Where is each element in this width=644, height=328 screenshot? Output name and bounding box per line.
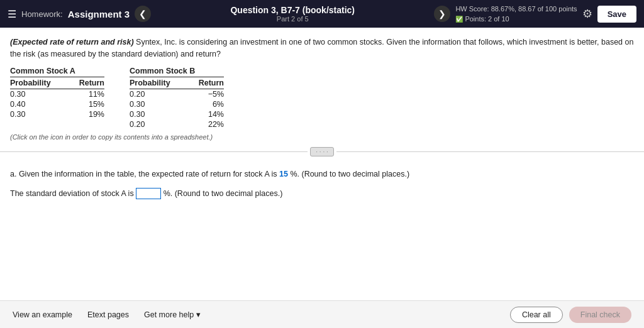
copy-hint: (Click on the icon in order to copy its … bbox=[10, 133, 634, 141]
hw-score: HW Score: 88.67%, 88.67 of 100 points ✅ … bbox=[455, 4, 577, 25]
question-b-line: The standard deviation of stock A is %. … bbox=[10, 187, 634, 200]
stock-a-label: Common Stock A bbox=[10, 67, 104, 75]
table-row: 0.2022% bbox=[130, 119, 224, 129]
hw-score-value: 88.67%, 88.67 of 100 points bbox=[491, 5, 577, 13]
table-row: 0.3014% bbox=[130, 109, 224, 119]
table-row: 0.306% bbox=[130, 99, 224, 109]
gear-button[interactable]: ⚙ bbox=[582, 7, 592, 21]
stock-b-table: Probability Return 0.20−5%0.306%0.3014%0… bbox=[130, 77, 224, 129]
table-row: 0.3019% bbox=[10, 109, 104, 119]
question-a-line: a. Given the information in the table, t… bbox=[10, 168, 634, 181]
save-button[interactable]: Save bbox=[597, 6, 636, 23]
divider[interactable]: · · · · bbox=[0, 147, 644, 156]
table-row: 0.4015% bbox=[10, 99, 104, 109]
question-sub: Part 2 of 5 bbox=[277, 15, 309, 23]
stock-a-prob-header: Probability bbox=[10, 77, 70, 89]
header-right: HW Score: 88.67%, 88.67 of 100 points ✅ … bbox=[455, 4, 636, 25]
q-a-suffix: %. (Round to two decimal places.) bbox=[290, 170, 409, 178]
stock-a-header-row: Probability Return bbox=[10, 77, 104, 89]
q-a-value: 15 bbox=[279, 170, 290, 178]
prev-question-button[interactable]: ❮ bbox=[135, 6, 151, 22]
content-area: (Expected rate of return and risk) Synte… bbox=[0, 28, 644, 141]
assignment-label: Assignment 3 bbox=[68, 9, 130, 19]
next-question-button[interactable]: ❯ bbox=[434, 6, 450, 22]
q-b-prefix: The standard deviation of stock A is bbox=[10, 189, 134, 198]
check-icon: ✅ bbox=[455, 14, 463, 24]
table-row: 0.20−5% bbox=[130, 89, 224, 99]
points-value: 2 of 10 bbox=[488, 14, 509, 25]
q-a-prefix: a. Given the information in the table, t… bbox=[10, 170, 277, 178]
stock-a-return-header: Return bbox=[70, 77, 104, 89]
hw-score-label: HW Score: bbox=[455, 5, 489, 13]
points-line: ✅ Points: 2 of 10 bbox=[455, 14, 577, 25]
problem-statement: (Expected rate of return and risk) Synte… bbox=[10, 36, 634, 60]
homework-label: Homework: bbox=[21, 9, 63, 19]
stock-b-prob-header: Probability bbox=[130, 77, 190, 89]
std-dev-input[interactable] bbox=[136, 188, 161, 199]
stock-a-section: Common Stock A Probability Return 0.3011… bbox=[10, 67, 104, 129]
q-b-suffix: %. (Round to two decimal places.) bbox=[164, 189, 283, 198]
stock-a-table: Probability Return 0.3011%0.4015%0.3019% bbox=[10, 77, 104, 119]
hw-score-line: HW Score: 88.67%, 88.67 of 100 points bbox=[455, 4, 577, 14]
divider-line-left bbox=[0, 151, 308, 152]
menu-icon[interactable]: ☰ bbox=[8, 8, 16, 20]
questions-area: a. Given the information in the table, t… bbox=[0, 163, 644, 201]
divider-line-right bbox=[336, 151, 644, 152]
header: ☰ Homework: Assignment 3 ❮ Question 3, B… bbox=[0, 0, 644, 28]
bold-italic-label: (Expected rate of return and risk) bbox=[10, 38, 134, 46]
stock-b-header-row: Probability Return bbox=[130, 77, 224, 89]
stock-b-label: Common Stock B bbox=[130, 67, 224, 75]
tables-container: Common Stock A Probability Return 0.3011… bbox=[10, 67, 634, 129]
divider-handle[interactable]: · · · · bbox=[310, 147, 333, 156]
stock-b-return-header: Return bbox=[190, 77, 224, 89]
stock-b-section: Common Stock B Probability Return 0.20−5… bbox=[130, 67, 224, 129]
question-info: Question 3, B7-7 (book/static) Part 2 of… bbox=[156, 5, 429, 23]
question-title: Question 3, B7-7 (book/static) bbox=[230, 5, 355, 15]
points-label: Points: bbox=[465, 14, 486, 25]
table-row: 0.3011% bbox=[10, 89, 104, 99]
